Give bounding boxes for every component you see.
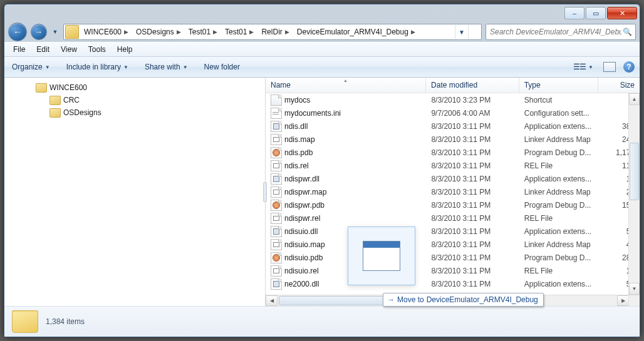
file-row[interactable]: ndis.map8/3/2010 3:11 PMLinker Address M… — [266, 133, 640, 146]
address-bar[interactable]: WINCE600▶OSDesigns▶Test01▶Test01▶RelDir▶… — [63, 24, 482, 40]
file-row[interactable]: ndispwr.rel8/3/2010 3:11 PMREL File6 — [266, 211, 640, 225]
file-date: 8/3/2010 3:11 PM — [426, 188, 519, 196]
folder-icon — [12, 310, 38, 333]
file-type: Application extens... — [519, 280, 598, 288]
search-icon: 🔍 — [623, 28, 633, 36]
share-label: Share with — [145, 63, 180, 71]
folder-icon — [65, 25, 79, 39]
nav-row: ← → ▼ WINCE600▶OSDesigns▶Test01▶Test01▶R… — [4, 22, 640, 42]
file-name: ndispwr.rel — [284, 214, 320, 223]
file-icon — [271, 265, 282, 277]
drag-preview-icon — [363, 241, 400, 271]
scroll-down-arrow[interactable]: ▼ — [629, 283, 640, 295]
menu-view[interactable]: View — [56, 44, 82, 55]
breadcrumb-label: OSDesigns — [136, 28, 174, 36]
chevron-right-icon: ▶ — [249, 29, 254, 35]
organize-button[interactable]: Organize ▼ — [9, 60, 53, 74]
new-folder-label: New folder — [204, 63, 240, 71]
breadcrumb-segment[interactable]: WINCE600▶ — [80, 24, 132, 39]
file-type: Shortcut — [519, 96, 598, 104]
tree-label: CRC — [63, 96, 80, 104]
scroll-thumb[interactable] — [630, 143, 639, 200]
file-date: 8/3/2010 3:23 PM — [426, 96, 519, 104]
preview-pane-button[interactable] — [601, 59, 618, 74]
folder-tree[interactable]: WINCE600CRCOSDesigns — [4, 78, 266, 306]
breadcrumb-segment[interactable]: OSDesigns▶ — [132, 24, 185, 39]
file-name: mydocs — [284, 96, 310, 104]
tree-node[interactable]: CRC — [4, 94, 265, 106]
file-row[interactable]: ndisuio.map8/3/2010 3:11 PMLinker Addres… — [266, 238, 640, 251]
maximize-button[interactable]: ▭ — [586, 7, 606, 19]
file-type: Program Debug D... — [519, 148, 598, 157]
breadcrumb-segment[interactable]: RelDir▶ — [257, 24, 293, 39]
vertical-scrollbar[interactable]: ▲ ▼ — [628, 93, 640, 295]
refresh-button[interactable] — [468, 25, 481, 39]
file-icon — [271, 173, 282, 185]
file-icon — [271, 108, 282, 119]
share-with-button[interactable]: Share with ▼ — [142, 60, 190, 74]
scroll-right-arrow[interactable]: ▶ — [617, 295, 629, 306]
file-date: 8/3/2010 3:11 PM — [426, 240, 519, 249]
folder-icon — [36, 83, 47, 93]
breadcrumb-segment[interactable]: Test01▶ — [185, 24, 221, 39]
column-type[interactable]: Type — [519, 78, 598, 93]
file-name: ndis.dll — [284, 122, 308, 131]
file-row[interactable]: ndis.rel8/3/2010 3:11 PMREL File111 — [266, 159, 640, 172]
search-box[interactable]: 🔍 — [486, 24, 636, 40]
content-area: WINCE600CRCOSDesigns Name Date modified … — [4, 78, 640, 306]
minimize-button[interactable]: – — [564, 7, 584, 19]
search-input[interactable] — [489, 27, 623, 37]
menu-help[interactable]: Help — [112, 44, 138, 55]
tree-node[interactable]: OSDesigns — [4, 106, 265, 119]
scroll-left-arrow[interactable]: ◀ — [266, 295, 278, 306]
file-type: Program Debug D... — [519, 253, 598, 262]
address-dropdown[interactable]: ▼ — [455, 25, 468, 39]
file-name: ndispwr.pdb — [284, 201, 325, 210]
menu-edit[interactable]: Edit — [31, 44, 55, 55]
menu-tools[interactable]: Tools — [83, 44, 111, 55]
column-name[interactable]: Name — [266, 78, 426, 93]
title-bar: – ▭ ✕ — [4, 4, 640, 22]
file-row[interactable]: ndisuio.pdb8/3/2010 3:11 PMProgram Debug… — [266, 251, 640, 264]
file-row[interactable]: ndis.pdb8/3/2010 3:11 PMProgram Debug D.… — [266, 146, 640, 159]
column-size[interactable]: Size — [598, 78, 640, 93]
file-row[interactable]: ndispwr.map8/3/2010 3:11 PMLinker Addres… — [266, 185, 640, 198]
file-row[interactable]: mydocuments.ini9/7/2006 4:00 AMConfigura… — [266, 106, 640, 120]
view-options-button[interactable]: ☰☰ ▼ — [571, 60, 596, 74]
forward-button[interactable]: → — [31, 24, 47, 40]
column-date[interactable]: Date modified — [426, 78, 519, 93]
file-name: ndisuio.pdb — [284, 253, 323, 262]
chevron-down-icon: ▼ — [123, 64, 128, 70]
chevron-down-icon: ▼ — [45, 64, 50, 70]
folder-icon — [49, 96, 61, 105]
file-row[interactable]: ndispwr.pdb8/3/2010 3:11 PMProgram Debug… — [266, 198, 640, 211]
file-name: ndispwr.map — [284, 188, 326, 196]
file-row[interactable]: ndisuio.rel8/3/2010 3:11 PMREL File16 — [266, 264, 640, 277]
new-folder-button[interactable]: New folder — [202, 60, 242, 74]
file-name: ne2000.dll — [284, 280, 319, 288]
breadcrumb-label: DeviceEmulator_ARMV4I_Debug — [297, 28, 408, 36]
file-icon — [271, 134, 282, 145]
menu-file[interactable]: File — [8, 44, 30, 55]
file-row[interactable]: mydocs8/3/2010 3:23 PMShortcut1 — [266, 93, 640, 106]
file-type: Application extens... — [519, 175, 598, 183]
drop-target-label: DeviceEmulator_ARMV4I_Debug — [427, 295, 538, 304]
close-button[interactable]: ✕ — [607, 7, 637, 19]
chevron-right-icon: ▶ — [177, 29, 181, 35]
file-name: ndis.pdb — [284, 148, 313, 157]
breadcrumb-segment[interactable]: DeviceEmulator_ARMV4I_Debug▶ — [293, 24, 419, 39]
tree-node[interactable]: WINCE600 — [4, 81, 265, 94]
file-row[interactable]: ndispwr.dll8/3/2010 3:11 PMApplication e… — [266, 172, 640, 185]
scroll-up-arrow[interactable]: ▲ — [629, 93, 640, 105]
back-button[interactable]: ← — [8, 23, 27, 41]
file-type: Application extens... — [519, 227, 598, 236]
file-row[interactable]: ndis.dll8/3/2010 3:11 PMApplication exte… — [266, 120, 640, 133]
file-row[interactable]: ne2000.dll8/3/2010 3:11 PMApplication ex… — [266, 277, 640, 290]
include-in-library-button[interactable]: Include in library ▼ — [64, 60, 131, 74]
breadcrumb-segment[interactable]: Test01▶ — [221, 24, 257, 39]
history-dropdown[interactable]: ▼ — [51, 23, 60, 41]
file-row[interactable]: ndisuio.dll8/3/2010 3:11 PMApplication e… — [266, 225, 640, 238]
file-icon — [271, 278, 282, 290]
help-button[interactable]: ? — [623, 61, 635, 73]
drop-tooltip: → Move to DeviceEmulator_ARMV4I_Debug — [383, 293, 544, 307]
